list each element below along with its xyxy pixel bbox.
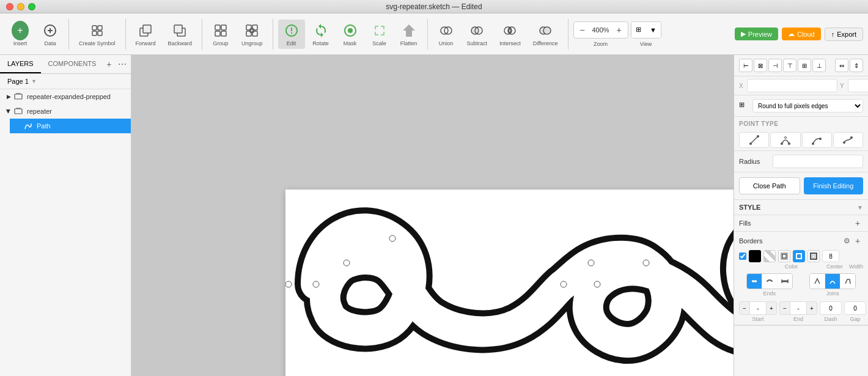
- edit-button[interactable]: Edit: [278, 20, 305, 49]
- add-fill-button[interactable]: +: [852, 218, 863, 229]
- align-right-button[interactable]: ⊣: [768, 59, 782, 72]
- align-top-button[interactable]: ⊤: [783, 59, 796, 72]
- point-type-straight-button[interactable]: [739, 132, 769, 148]
- svg-rect-9: [215, 25, 220, 30]
- gap-input[interactable]: [844, 301, 866, 315]
- end-input[interactable]: [790, 301, 807, 315]
- difference-button[interactable]: Difference: [528, 20, 563, 49]
- border-opacity-swatch[interactable]: [763, 250, 776, 262]
- dist-v-button[interactable]: ⇕: [850, 59, 863, 72]
- backward-button[interactable]: Backward: [163, 20, 197, 49]
- subtract-button[interactable]: Subtract: [462, 20, 493, 49]
- layer-options-button[interactable]: ⋯: [117, 59, 128, 70]
- align-center-h-button[interactable]: ⊠: [754, 59, 767, 72]
- preview-button[interactable]: ▶ Preview: [735, 28, 778, 40]
- zoom-control[interactable]: − 400% +: [573, 21, 628, 39]
- joins-miter-button[interactable]: [810, 274, 825, 289]
- rotate-button[interactable]: Rotate: [307, 20, 334, 49]
- svg-rect-2: [98, 26, 102, 30]
- svg-point-33: [643, 260, 649, 266]
- x-label: X: [739, 83, 745, 89]
- point-type-mirrored-button[interactable]: [770, 132, 800, 148]
- border-inner-button[interactable]: [778, 250, 790, 262]
- intersect-button[interactable]: Intersect: [495, 20, 526, 49]
- tab-components[interactable]: COMPONENTS: [41, 55, 104, 73]
- add-border-button[interactable]: +: [852, 235, 863, 246]
- point-type-disconnected-button[interactable]: [833, 132, 863, 148]
- radius-input[interactable]: [773, 155, 863, 168]
- scale-button[interactable]: Scale: [366, 20, 393, 49]
- data-icon: [42, 22, 59, 39]
- export-button[interactable]: ↑ Export: [825, 28, 863, 41]
- svg-point-46: [819, 138, 822, 140]
- border-color-swatch[interactable]: [749, 250, 761, 262]
- point-type-asymmetric-button[interactable]: [802, 132, 832, 148]
- view-control[interactable]: ⊞ ▼: [631, 21, 661, 39]
- page-selector[interactable]: Page 1 ▼: [0, 74, 131, 89]
- forward-button[interactable]: Forward: [131, 20, 161, 49]
- ends-square-button[interactable]: [778, 274, 792, 289]
- add-layer-button[interactable]: +: [103, 59, 114, 70]
- cloud-button[interactable]: ☁ Cloud: [782, 28, 821, 40]
- border-checkbox[interactable]: [739, 253, 746, 260]
- joins-round-button[interactable]: [825, 274, 840, 289]
- pixel-edges-select[interactable]: Round to full pixels edges: [752, 99, 863, 112]
- canvas-area[interactable]: repeater: [131, 55, 734, 376]
- joins-bevel-button[interactable]: [840, 274, 855, 289]
- cloud-icon: ☁: [788, 30, 795, 38]
- ends-flat-button[interactable]: [747, 274, 762, 289]
- point-type-row: [734, 130, 868, 151]
- ends-round-button[interactable]: [762, 274, 777, 289]
- layer-item-repeater-expanded[interactable]: ▶ repeater-expanded-prepped: [0, 89, 131, 104]
- end-decrement-button[interactable]: −: [780, 301, 790, 315]
- minimize-window-button[interactable]: [17, 3, 24, 10]
- end-increment-button[interactable]: +: [807, 301, 817, 315]
- start-increment-button[interactable]: +: [767, 301, 776, 315]
- insert-button[interactable]: + Insert: [5, 20, 35, 49]
- center-label: Center: [826, 264, 840, 270]
- y-input[interactable]: [848, 79, 868, 92]
- border-center-button[interactable]: [793, 250, 805, 262]
- close-window-button[interactable]: [6, 3, 13, 10]
- border-width-input[interactable]: [822, 250, 839, 262]
- align-left-button[interactable]: ⊢: [739, 59, 752, 72]
- tab-layers[interactable]: LAYERS: [0, 55, 41, 73]
- x-input[interactable]: [747, 79, 837, 92]
- end-stepper[interactable]: − +: [779, 301, 817, 315]
- ungroup-icon: [243, 22, 260, 39]
- start-stepper[interactable]: − +: [739, 301, 777, 315]
- start-input[interactable]: [749, 301, 767, 315]
- mask-button[interactable]: Mask: [337, 20, 364, 49]
- dash-input[interactable]: [820, 301, 842, 315]
- export-icon: ↑: [831, 31, 835, 38]
- align-bottom-button[interactable]: ⊥: [812, 59, 826, 72]
- zoom-out-button[interactable]: −: [578, 25, 587, 35]
- layer-item-path[interactable]: Path: [10, 119, 131, 133]
- joins-group: [809, 273, 856, 289]
- create-symbol-button[interactable]: Create Symbol: [74, 20, 120, 49]
- divider-5: [427, 19, 428, 50]
- ungroup-button[interactable]: Ungroup: [237, 20, 268, 49]
- sidebar-tabs: LAYERS COMPONENTS + ⋯: [0, 55, 131, 74]
- data-button[interactable]: Data: [37, 20, 64, 49]
- difference-label: Difference: [533, 40, 558, 46]
- align-center-v-button[interactable]: ⊞: [798, 59, 811, 72]
- view-btn-1[interactable]: ⊞: [631, 22, 646, 38]
- x-field: X: [739, 79, 837, 92]
- group-button[interactable]: Group: [207, 20, 234, 49]
- union-button[interactable]: Union: [433, 20, 460, 49]
- flatten-button[interactable]: Flatten: [395, 20, 422, 49]
- svg-point-28: [313, 281, 319, 287]
- style-section-header[interactable]: STYLE ▼: [734, 200, 868, 215]
- joins-section: Joins: [803, 273, 864, 297]
- start-decrement-button[interactable]: −: [740, 301, 749, 315]
- borders-gear-button[interactable]: ⚙: [841, 235, 852, 246]
- zoom-in-button[interactable]: +: [614, 25, 624, 35]
- dist-h-button[interactable]: ⇔: [835, 59, 848, 72]
- finish-editing-button[interactable]: Finish Editing: [804, 177, 864, 194]
- view-btn-2[interactable]: ▼: [646, 22, 661, 38]
- close-path-button[interactable]: Close Path: [739, 177, 800, 194]
- maximize-window-button[interactable]: [28, 3, 35, 10]
- border-outer-button[interactable]: [807, 250, 820, 262]
- layer-item-repeater[interactable]: ▶ repeater: [0, 104, 131, 119]
